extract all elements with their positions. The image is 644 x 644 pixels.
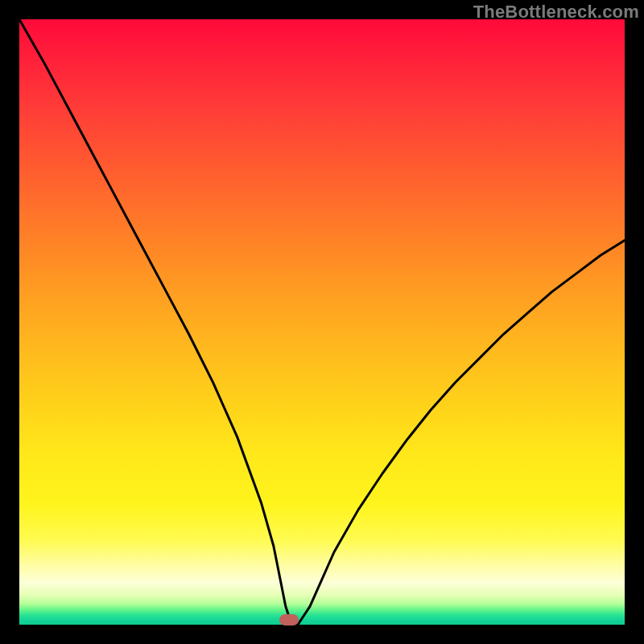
- curve-path: [19, 19, 625, 625]
- minimum-marker: [279, 614, 299, 625]
- watermark-text: TheBottleneck.com: [473, 2, 639, 23]
- plot-area: [19, 19, 625, 625]
- chart-frame: TheBottleneck.com: [0, 0, 644, 644]
- bottleneck-curve: [19, 19, 625, 625]
